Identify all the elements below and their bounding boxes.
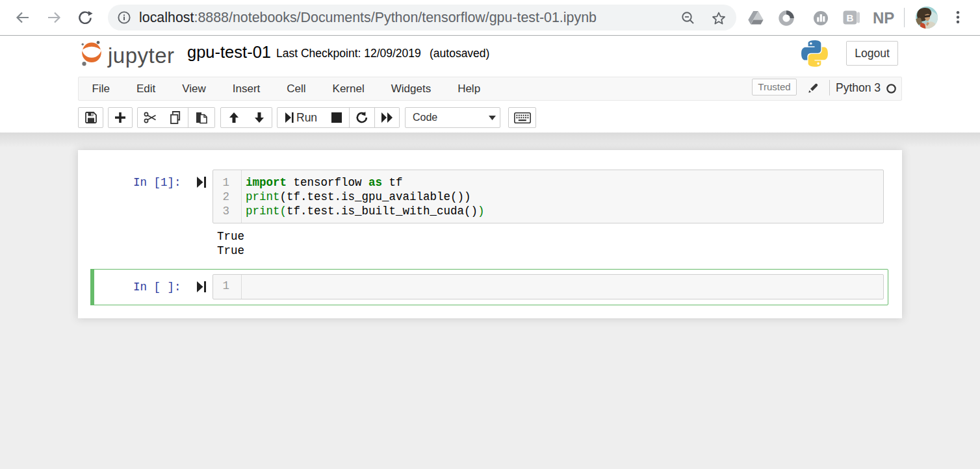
- svg-text:B: B: [847, 12, 854, 23]
